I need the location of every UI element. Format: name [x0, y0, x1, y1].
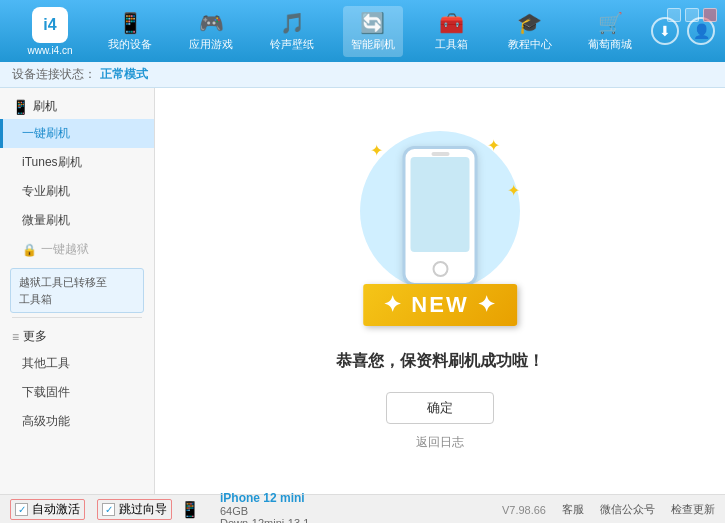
sidebar-item-pro-flash[interactable]: 专业刷机: [0, 177, 154, 206]
sidebar-divider: [12, 317, 142, 318]
logo-area: i4 www.i4.cn: [10, 7, 90, 56]
checkbox-group: ✓ 自动激活 ✓ 跳过向导: [10, 499, 172, 520]
window-controls: [667, 8, 717, 22]
sidebar-item-advanced[interactable]: 高级功能: [0, 407, 154, 436]
top-bar: i4 www.i4.cn 📱 我的设备 🎮 应用游戏 🎵 铃声壁纸 🔄 智能刷机: [0, 0, 725, 62]
flash-icon: 🔄: [360, 11, 385, 35]
nav-ringtones[interactable]: 🎵 铃声壁纸: [262, 6, 322, 57]
sidebar-item-one-key-flash[interactable]: 一键刷机: [0, 119, 154, 148]
sparkle-2: ✦: [487, 136, 500, 155]
ribbon-text: NEW: [411, 292, 468, 317]
flash-section-icon: 📱: [12, 99, 29, 115]
auto-activate-check-icon: ✓: [15, 503, 28, 516]
logo-icon: i4: [32, 7, 68, 43]
device-phone-icon: 📱: [180, 500, 200, 519]
device-model: Down-12mini-13,1: [220, 517, 309, 524]
skip-wizard-checkbox[interactable]: ✓ 跳过向导: [97, 499, 172, 520]
games-icon: 🎮: [199, 11, 224, 35]
sidebar-item-jailbreak-disabled: 🔒 一键越狱: [0, 235, 154, 264]
success-illustration: ✦ NEW ✦ ✦ ✦ ✦: [350, 131, 530, 331]
status-value: 正常模式: [100, 66, 148, 83]
nav-toolbox[interactable]: 🧰 工具箱: [424, 6, 479, 57]
skip-wizard-check-icon: ✓: [102, 503, 115, 516]
success-message: 恭喜您，保资料刷机成功啦！: [336, 351, 544, 372]
auto-activate-checkbox[interactable]: ✓ 自动激活: [10, 499, 85, 520]
sparkle-3: ✦: [507, 181, 520, 200]
sparkle-1: ✦: [370, 141, 383, 160]
logo-url: www.i4.cn: [27, 45, 72, 56]
device-info: iPhone 12 mini 64GB Down-12mini-13,1: [220, 491, 309, 524]
nav-smart-flash[interactable]: 🔄 智能刷机: [343, 6, 403, 57]
version-label: V7.98.66: [502, 504, 546, 516]
bottom-device-bar: ✓ 自动激活 ✓ 跳过向导 📱 iPhone 12 mini 64GB Down…: [0, 494, 725, 523]
close-button[interactable]: [703, 8, 717, 22]
phone-icon: 📱: [118, 11, 143, 35]
wechat-public-link[interactable]: 微信公众号: [600, 502, 655, 517]
main-layout: 📱 刷机 一键刷机 iTunes刷机 专业刷机 微量刷机 🔒 一键越狱 越狱工具…: [0, 88, 725, 494]
nav-apps-games[interactable]: 🎮 应用游戏: [181, 6, 241, 57]
content-area: ✦ NEW ✦ ✦ ✦ ✦ 恭喜您，保资料刷机成功啦！ 确定 返回日志: [155, 88, 725, 494]
status-label: 设备连接状态：: [12, 66, 96, 83]
back-to-log-link[interactable]: 返回日志: [416, 434, 464, 451]
check-update-link[interactable]: 检查更新: [671, 502, 715, 517]
sidebar-item-other-tools[interactable]: 其他工具: [0, 349, 154, 378]
sidebar-item-save-flash[interactable]: 微量刷机: [0, 206, 154, 235]
device-storage: 64GB: [220, 505, 309, 517]
toolbox-icon: 🧰: [439, 11, 464, 35]
maximize-button[interactable]: [685, 8, 699, 22]
music-icon: 🎵: [280, 11, 305, 35]
sidebar: 📱 刷机 一键刷机 iTunes刷机 专业刷机 微量刷机 🔒 一键越狱 越狱工具…: [0, 88, 155, 494]
status-bar: 设备连接状态： 正常模式: [0, 62, 725, 88]
nav-store[interactable]: 🛒 葡萄商城: [580, 6, 640, 57]
nav-my-device[interactable]: 📱 我的设备: [100, 6, 160, 57]
sidebar-item-download-firmware[interactable]: 下载固件: [0, 378, 154, 407]
nav-tutorials[interactable]: 🎓 教程中心: [500, 6, 560, 57]
sidebar-item-itunes-flash[interactable]: iTunes刷机: [0, 148, 154, 177]
store-icon: 🛒: [598, 11, 623, 35]
confirm-button[interactable]: 确定: [386, 392, 494, 424]
tutorial-icon: 🎓: [517, 11, 542, 35]
bottom-right-info: V7.98.66 客服 微信公众号 检查更新: [502, 502, 715, 517]
device-name: iPhone 12 mini: [220, 491, 309, 505]
sidebar-section-more: ≡ 更多: [0, 322, 154, 349]
sidebar-info-box: 越狱工具已转移至工具箱: [10, 268, 144, 313]
minimize-button[interactable]: [667, 8, 681, 22]
nav-items: 📱 我的设备 🎮 应用游戏 🎵 铃声壁纸 🔄 智能刷机 🧰 工具箱 🎓: [90, 6, 651, 57]
sidebar-section-flash: 📱 刷机: [0, 92, 154, 119]
customer-service-link[interactable]: 客服: [562, 502, 584, 517]
